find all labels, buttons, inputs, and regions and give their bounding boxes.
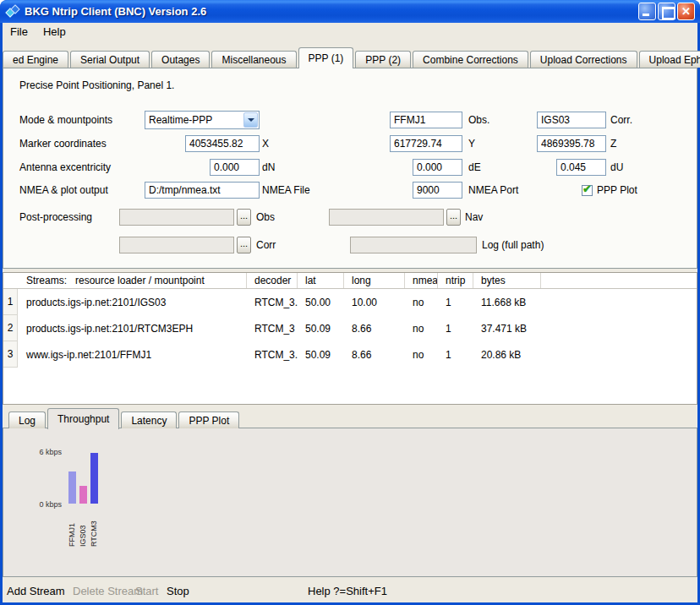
- antenna-excentricity-label: Antenna excentricity: [19, 159, 111, 176]
- header-lat: lat: [298, 273, 344, 288]
- nmea-file-field[interactable]: [145, 182, 260, 199]
- chevron-down-icon[interactable]: [243, 112, 258, 128]
- cell-filler: [541, 315, 697, 341]
- post-processing-label: Post-processing: [19, 209, 92, 226]
- antenna-dn-label: dN: [262, 159, 275, 176]
- corr-label: Corr.: [610, 112, 632, 128]
- cell-long: 8.66: [344, 315, 405, 341]
- cell-bytes: 11.668 kB: [473, 289, 541, 315]
- tab-miscellaneous[interactable]: Miscellaneous: [211, 51, 296, 68]
- cell-lat: 50.00: [298, 289, 344, 315]
- marker-y-field[interactable]: [390, 135, 462, 152]
- bottom-tab-bar: Log Throughput Latency PPP Plot: [8, 408, 241, 428]
- cell-lat: 50.09: [298, 341, 344, 368]
- tab-combine-corrections[interactable]: Combine Corrections: [413, 51, 528, 68]
- tab-ppp-plot[interactable]: PPP Plot: [178, 412, 239, 428]
- header-bytes: bytes: [473, 273, 541, 288]
- checkmark-icon: ✔: [582, 183, 592, 195]
- row-number: 2: [3, 315, 18, 341]
- throughput-chart: 6 kbps 0 kbps FFMJ1 IGS03 RTCM3: [3, 428, 697, 577]
- header-long: long: [344, 273, 405, 288]
- post-obs-field: [119, 209, 234, 226]
- stop-button[interactable]: Stop: [167, 580, 189, 602]
- header-streams: Streams: resource loader / mountpoint: [3, 273, 247, 288]
- corr-mountpoint-field[interactable]: [537, 112, 606, 128]
- cell-long: 8.66: [344, 341, 405, 368]
- table-row[interactable]: 2 products.igs-ip.net:2101/RTCM3EPH RTCM…: [3, 315, 697, 341]
- menu-bar: File Help: [3, 23, 697, 41]
- cell-decoder: RTCM_3.0: [247, 341, 298, 368]
- streams-table: Streams: resource loader / mountpoint de…: [3, 272, 697, 405]
- mode-dropdown[interactable]: Realtime-PPP: [145, 111, 260, 129]
- help-shortcut-label: Help ?=Shift+F1: [308, 580, 387, 602]
- tab-upload-corrections[interactable]: Upload Corrections: [530, 51, 637, 68]
- table-row[interactable]: 3 www.igs-ip.net:2101/FFMJ1 RTCM_3.0 50.…: [3, 341, 697, 368]
- menu-help[interactable]: Help: [36, 23, 74, 41]
- marker-x-field[interactable]: [185, 135, 260, 152]
- post-nav-browse-button[interactable]: ...: [446, 209, 461, 226]
- window-title: BKG Ntrip Client (BNC) Version 2.6: [25, 5, 206, 18]
- post-corr-browse-button[interactable]: ...: [237, 237, 251, 253]
- cell-mountpoint: products.igs-ip.net:2101/IGS03: [18, 289, 247, 315]
- marker-z-label: Z: [610, 135, 616, 152]
- tab-serial-output[interactable]: Serial Output: [70, 51, 150, 68]
- post-nav-field: [329, 209, 444, 226]
- panel-caption: Precise Point Positioning, Panel 1.: [19, 79, 174, 91]
- antenna-du-field[interactable]: [556, 159, 606, 176]
- cell-decoder: RTCM_3.0: [247, 289, 298, 315]
- post-nav-label: Nav: [465, 209, 483, 226]
- y-axis-bottom-label: 0 kbps: [26, 500, 62, 509]
- main-tab-bar: ed Engine Serial Output Outages Miscella…: [3, 47, 697, 68]
- cell-bytes: 37.471 kB: [473, 315, 541, 341]
- tab-feed-engine[interactable]: ed Engine: [3, 51, 68, 68]
- cell-long: 10.00: [344, 289, 405, 315]
- row-number: 3: [3, 341, 18, 368]
- cell-ntrip: 1: [438, 341, 473, 368]
- obs-label: Obs.: [468, 112, 489, 128]
- cell-nmea: no: [405, 315, 438, 341]
- cell-filler: [541, 289, 697, 315]
- cell-bytes: 20.86 kB: [473, 341, 541, 368]
- close-button[interactable]: [677, 3, 695, 20]
- tab-outages[interactable]: Outages: [151, 51, 210, 68]
- tab-throughput[interactable]: Throughput: [47, 408, 119, 429]
- header-ntrip: ntrip: [438, 273, 473, 288]
- post-obs-browse-button[interactable]: ...: [237, 209, 251, 226]
- post-obs-label: Obs: [256, 209, 275, 226]
- menu-file[interactable]: File: [3, 23, 36, 41]
- marker-z-field[interactable]: [537, 135, 606, 152]
- nmea-port-field[interactable]: [413, 182, 462, 199]
- post-log-field: [350, 237, 477, 253]
- y-axis-top-label: 6 kbps: [26, 448, 62, 456]
- tab-ppp-1[interactable]: PPP (1): [298, 47, 354, 68]
- add-stream-button[interactable]: Add Stream: [7, 580, 65, 602]
- table-row[interactable]: 1 products.igs-ip.net:2101/IGS03 RTCM_3.…: [3, 289, 697, 315]
- post-corr-field: [119, 237, 234, 253]
- streams-table-header: Streams: resource loader / mountpoint de…: [3, 273, 697, 289]
- antenna-du-label: dU: [610, 159, 623, 176]
- antenna-dn-field[interactable]: [210, 159, 260, 176]
- tab-log[interactable]: Log: [8, 412, 46, 428]
- header-nmea: nmea: [405, 273, 438, 288]
- maximize-button[interactable]: [658, 3, 675, 20]
- delete-stream-button: Delete Stream: [73, 580, 143, 602]
- post-corr-label: Corr: [256, 237, 276, 253]
- antenna-de-field[interactable]: [413, 159, 462, 176]
- title-bar[interactable]: BKG Ntrip Client (BNC) Version 2.6: [0, 0, 700, 23]
- ppp-plot-checkbox[interactable]: ✔: [582, 185, 593, 196]
- nmea-port-label: NMEA Port: [468, 182, 518, 199]
- x-axis-label-ffmj1: FFMJ1: [68, 510, 78, 547]
- tab-upload-ephemeris[interactable]: Upload Ephemeris: [639, 51, 700, 68]
- x-axis-label-igs03: IGS03: [79, 510, 89, 547]
- minimize-button[interactable]: [638, 3, 656, 20]
- tab-ppp-2[interactable]: PPP (2): [355, 51, 411, 68]
- marker-y-label: Y: [468, 135, 475, 152]
- marker-x-label: X: [262, 135, 269, 152]
- tab-latency[interactable]: Latency: [121, 412, 177, 428]
- header-decoder: decoder: [247, 273, 298, 288]
- post-log-label: Log (full path): [482, 237, 544, 253]
- cell-decoder: RTCM_3: [247, 315, 298, 341]
- obs-mountpoint-field[interactable]: [390, 112, 462, 128]
- antenna-de-label: dE: [468, 159, 481, 176]
- cell-lat: 50.09: [298, 315, 344, 341]
